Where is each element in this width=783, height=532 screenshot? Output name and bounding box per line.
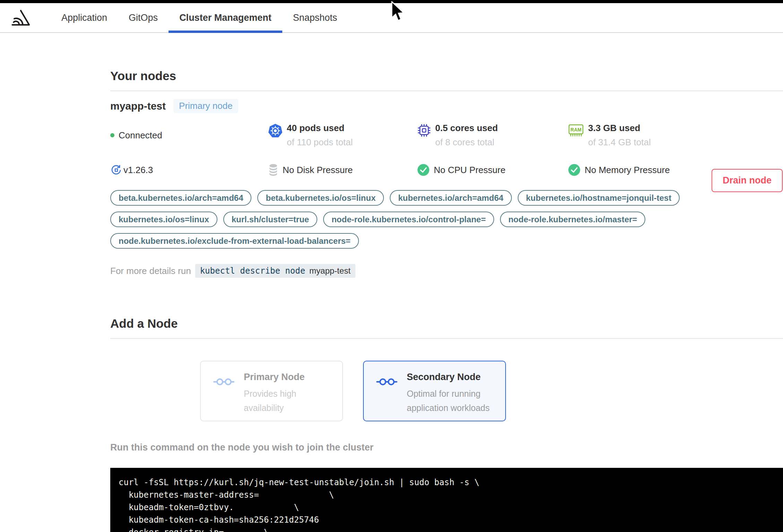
details-prefix: For more details run <box>110 266 191 276</box>
disk-pressure-label: No Disk Pressure <box>283 165 353 175</box>
secondary-node-card-title: Secondary Node <box>407 372 497 383</box>
node-label-chip: node-role.kubernetes.io/master= <box>500 212 645 227</box>
version-update-icon <box>110 164 122 176</box>
node-status-label: Connected <box>119 130 162 141</box>
nodes-link-icon <box>213 377 235 387</box>
node-labels: beta.kubernetes.io/arch=amd64 beta.kuber… <box>110 190 783 249</box>
kubernetes-icon <box>268 123 283 138</box>
node-status: Connected <box>110 123 268 148</box>
node-name: myapp-test <box>110 100 166 112</box>
memory-used: 3.3 GB used <box>588 123 651 134</box>
primary-node-card-title: Primary Node <box>244 372 334 383</box>
join-instruction: Run this command on the node you wish to… <box>110 442 783 453</box>
section-divider <box>110 338 783 339</box>
cpu-icon <box>417 123 431 137</box>
pods-total: of 110 pods total <box>287 137 353 148</box>
node-label-chip: kubernetes.io/hostname=jonquil-test <box>518 190 680 206</box>
nodes-link-icon <box>376 377 398 387</box>
join-command-line: docker-registry-ip= \ <box>119 526 783 532</box>
nav-tabs: Application GitOps Cluster Management Sn… <box>51 3 348 32</box>
cpu-total: of 8 cores total <box>435 137 498 148</box>
join-command-block: curl -fsSL https://kurl.sh/jq-new-test-u… <box>110 468 783 532</box>
memory-total: of 31.4 GB total <box>588 137 651 148</box>
cpu-pressure-label: No CPU Pressure <box>434 165 506 175</box>
svg-text:RAM: RAM <box>570 127 582 132</box>
primary-node-badge: Primary node <box>173 99 238 113</box>
memory-stat: RAM 3.3 GB used of 31.4 GB total <box>568 123 783 148</box>
node-label-chip: kurl.sh/cluster=true <box>223 212 317 227</box>
node-label-chip: kubernetes.io/os=linux <box>110 212 217 227</box>
your-nodes-section: Your nodes myapp-test Primary node Conne… <box>110 69 783 278</box>
node-label-chip: beta.kubernetes.io/arch=amd64 <box>110 190 251 206</box>
kubectl-describe-snippet: kubectl describe node myapp-test <box>195 264 355 278</box>
memory-pressure-label: No Memory Pressure <box>585 165 670 175</box>
secondary-node-card-desc: Optimal for running application workload… <box>407 387 497 415</box>
cpu-pressure-condition: No CPU Pressure <box>417 164 568 176</box>
node-label-chip: kubernetes.io/arch=amd64 <box>390 190 511 206</box>
join-command-line: curl -fsSL https://kurl.sh/jq-new-test-u… <box>119 476 783 489</box>
your-nodes-title: Your nodes <box>110 69 783 83</box>
ram-icon: RAM <box>568 123 584 138</box>
kubectl-command: kubectl describe node <box>200 266 305 276</box>
window-top-strip <box>0 0 783 3</box>
pods-stat: 40 pods used of 110 pods total <box>268 123 417 148</box>
tab-gitops[interactable]: GitOps <box>118 3 169 32</box>
node-version: v1.26.3 <box>110 164 268 176</box>
join-command-line: kubeadm-token-ca-hash=sha256:221d25746 <box>119 514 783 526</box>
tab-snapshots[interactable]: Snapshots <box>282 3 348 32</box>
main-navbar: Application GitOps Cluster Management Sn… <box>0 3 783 33</box>
join-command-line: kubeadm-token=0ztbvy. \ <box>119 501 783 514</box>
check-circle-icon <box>417 164 430 176</box>
cpu-stat: 0.5 cores used of 8 cores total <box>417 123 568 148</box>
node-label-chip: node-role.kubernetes.io/control-plane= <box>323 212 494 227</box>
check-circle-icon <box>568 164 580 176</box>
connected-dot-icon <box>110 133 114 137</box>
disk-pressure-condition: No Disk Pressure <box>268 164 417 176</box>
tab-application[interactable]: Application <box>51 3 118 32</box>
primary-node-card[interactable]: Primary Node Provides high availability <box>200 361 343 421</box>
node-details-hint: For more details run kubectl describe no… <box>110 264 783 278</box>
node-version-label: v1.26.3 <box>123 165 153 175</box>
secondary-node-card[interactable]: Secondary Node Optimal for running appli… <box>363 361 506 421</box>
tab-cluster-management[interactable]: Cluster Management <box>169 3 282 32</box>
primary-node-card-desc: Provides high availability <box>244 387 334 415</box>
add-node-title: Add a Node <box>110 317 783 331</box>
node-label-chip: beta.kubernetes.io/os=linux <box>257 190 384 206</box>
kubectl-node-arg: myapp-test <box>309 266 351 276</box>
node-card: myapp-test Primary node Connected <box>110 91 783 278</box>
disk-icon <box>268 164 278 176</box>
drain-node-button[interactable]: Drain node <box>712 169 783 192</box>
join-command-line: kubernetes-master-address= \ <box>119 489 783 501</box>
node-label-chip: node.kubernetes.io/exclude-from-external… <box>110 233 359 249</box>
add-node-section: Add a Node Primary Node Provides high av… <box>110 317 783 532</box>
main-content: Your nodes myapp-test Primary node Conne… <box>0 69 783 532</box>
node-type-cards: Primary Node Provides high availability … <box>110 361 783 421</box>
app-logo-icon <box>9 8 31 27</box>
cpu-used: 0.5 cores used <box>435 123 498 134</box>
pods-used: 40 pods used <box>287 123 353 134</box>
